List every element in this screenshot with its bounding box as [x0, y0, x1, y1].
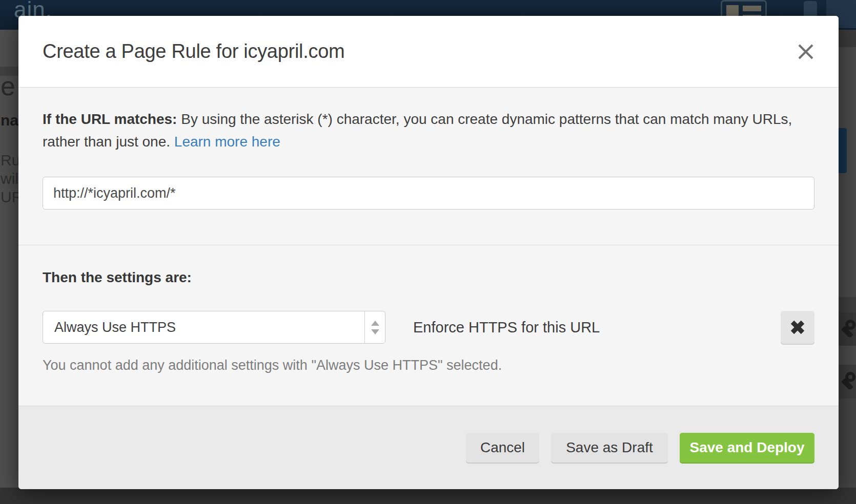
page-text-fragment: nav: [1, 112, 18, 129]
screen: ain. e nav Ru will UR: [0, 0, 856, 504]
remove-setting-button[interactable]: [781, 311, 814, 344]
modal-footer: Cancel Save as Draft Save and Deploy: [18, 406, 839, 489]
url-match-label: If the URL matches:: [43, 111, 177, 127]
select-stepper-icon[interactable]: [364, 311, 385, 343]
page-text-fragment: Ru: [1, 152, 18, 169]
dimmed-page-bottom-edge: [0, 488, 856, 504]
chevron-up-icon: [371, 321, 379, 326]
dimmed-page-left-edge: e nav Ru will UR: [0, 30, 18, 504]
setting-description: Enforce HTTPS for this URL: [413, 319, 600, 336]
setting-note: You cannot add any additional settings w…: [43, 358, 814, 373]
cancel-button[interactable]: Cancel: [466, 433, 539, 463]
save-and-deploy-button[interactable]: Save and Deploy: [680, 433, 814, 463]
page-text-fragment: e: [1, 71, 15, 101]
setting-select-value: Always Use HTTPS: [43, 320, 364, 335]
wrench-icon: [842, 372, 856, 391]
dimmed-button-fragment: [839, 128, 847, 173]
save-as-draft-button[interactable]: Save as Draft: [551, 433, 668, 463]
url-pattern-input[interactable]: [43, 177, 814, 209]
setting-row: Always Use HTTPS Enforce HTTPS for this …: [43, 311, 814, 344]
page-text-fragment: will: [1, 170, 18, 187]
dimmed-page-right-edge: [839, 30, 856, 504]
chevron-down-icon: [371, 329, 379, 334]
url-match-section: If the URL matches: By using the asteris…: [18, 88, 839, 209]
heavy-x-icon: [790, 320, 805, 335]
create-page-rule-modal: Create a Page Rule for icyapril.com If t…: [18, 16, 839, 489]
settings-section: Then the settings are: Always Use HTTPS …: [18, 245, 839, 373]
modal-title: Create a Page Rule for icyapril.com: [43, 40, 344, 62]
modal-header: Create a Page Rule for icyapril.com: [18, 16, 839, 88]
page-text-fragment: UR: [1, 188, 18, 206]
close-icon[interactable]: [796, 41, 816, 62]
wrench-icon: [842, 320, 856, 339]
learn-more-link[interactable]: Learn more here: [174, 134, 280, 150]
setting-select[interactable]: Always Use HTTPS: [43, 311, 385, 344]
settings-heading: Then the settings are:: [43, 269, 814, 286]
url-match-description: If the URL matches: By using the asteris…: [43, 108, 811, 153]
